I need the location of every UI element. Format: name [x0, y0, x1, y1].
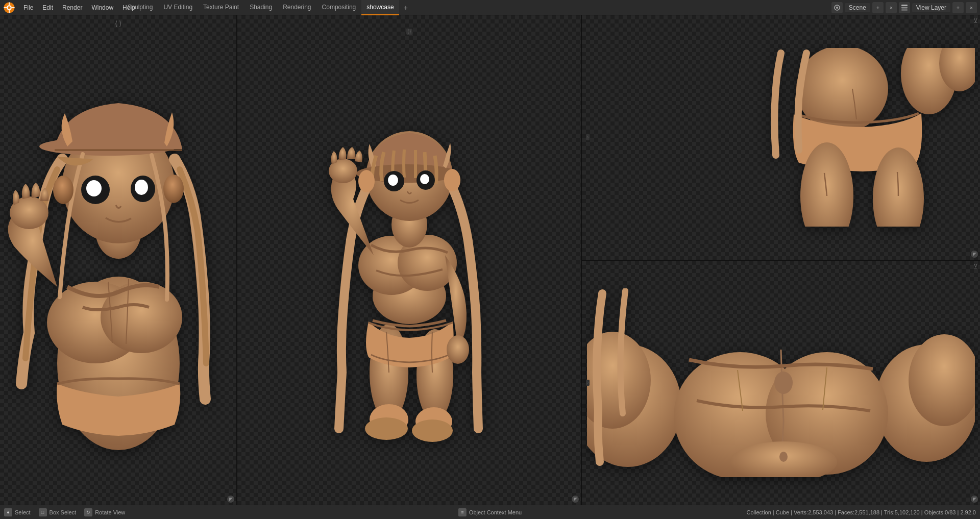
- stats-text: Collection | Cube | Verts:2,553,043 | Fa…: [747, 509, 976, 515]
- viewport-right-bottom-render: [582, 261, 980, 505]
- view-layer-icon[interactable]: [899, 2, 910, 13]
- viewport-left[interactable]: ⟨ ⟩ ◤: [0, 15, 237, 505]
- svg-point-21: [86, 180, 102, 196]
- select-label: Select: [15, 509, 31, 515]
- viewport-right-top-left-arrow[interactable]: ›: [586, 134, 590, 140]
- svg-point-23: [53, 176, 74, 204]
- svg-point-2: [8, 6, 10, 9]
- svg-point-31: [412, 419, 453, 442]
- workspace-tabs: Sculpting UV Editing Texture Paint Shadi…: [122, 0, 412, 15]
- context-menu-icon: ≡: [458, 508, 467, 516]
- viewport-left-top-arrow[interactable]: ⟨ ⟩: [115, 19, 122, 28]
- viewport-right-top-maximize[interactable]: ⊻: [973, 17, 978, 24]
- box-select-icon: □: [39, 508, 47, 516]
- svg-point-46: [796, 48, 888, 132]
- viewport-right-bottom-maximize[interactable]: ⊻: [973, 263, 978, 270]
- viewport-center-corner-nav[interactable]: ◤: [572, 496, 579, 503]
- status-context-menu[interactable]: ≡ Object Context Menu: [458, 508, 522, 516]
- box-select-label: Box Select: [50, 509, 77, 515]
- tab-uv-editing[interactable]: UV Editing: [158, 0, 198, 15]
- viewport-right-bottom[interactable]: › ◤ ⊻: [582, 261, 980, 505]
- menu-edit[interactable]: Edit: [38, 3, 57, 12]
- svg-rect-11: [901, 9, 908, 11]
- viewport-center-top-divider[interactable]: ⟨⟩: [406, 29, 412, 35]
- rotate-view-label: Rotate View: [95, 509, 125, 515]
- viewport-center-render: [237, 15, 581, 505]
- viewport-left-corner-nav[interactable]: ◤: [227, 496, 234, 503]
- scene-type-icon[interactable]: [831, 2, 843, 13]
- tab-sculpting[interactable]: Sculpting: [122, 0, 158, 15]
- view-layer-properties-icon[interactable]: ×: [966, 2, 977, 13]
- svg-point-29: [365, 417, 408, 440]
- context-menu-label: Object Context Menu: [469, 509, 522, 515]
- viewport-right-top-render: [582, 15, 980, 260]
- status-rotate-view[interactable]: ↻ Rotate View: [84, 508, 125, 516]
- header-right: Scene + × View Layer + ×: [831, 0, 980, 15]
- svg-point-24: [163, 175, 184, 203]
- svg-point-22: [135, 180, 148, 195]
- viewport-center[interactable]: ⟨⟩ ◤: [237, 15, 582, 505]
- menu-render[interactable]: Render: [58, 3, 86, 12]
- svg-point-8: [836, 7, 838, 9]
- menu-file[interactable]: File: [19, 3, 37, 12]
- svg-point-42: [358, 170, 375, 192]
- svg-point-57: [774, 372, 793, 394]
- bottom-status-bar: ● Select □ Box Select ↻ Rotate View ≡ Ob…: [0, 505, 980, 519]
- tab-texture-paint[interactable]: Texture Paint: [198, 0, 244, 15]
- status-box-select[interactable]: □ Box Select: [39, 508, 77, 516]
- view-layer-add-icon[interactable]: +: [952, 2, 964, 13]
- tab-add-button[interactable]: +: [400, 0, 412, 15]
- select-icon: ●: [4, 508, 12, 516]
- scene-properties-icon[interactable]: ×: [886, 2, 897, 13]
- main-content: ⟨ ⟩ ◤: [0, 15, 980, 519]
- scene-add-icon[interactable]: +: [872, 2, 884, 13]
- view-layer-label: View Layer: [916, 4, 946, 11]
- status-select[interactable]: ● Select: [4, 508, 31, 516]
- tab-rendering[interactable]: Rendering: [278, 0, 316, 15]
- tab-showcase[interactable]: showcase: [361, 0, 399, 15]
- status-stats-right: Collection | Cube | Verts:2,553,043 | Fa…: [747, 509, 976, 515]
- menu-window[interactable]: Window: [87, 3, 117, 12]
- svg-point-45: [447, 335, 469, 364]
- viewport-right-column: › ◤ ⊻: [582, 15, 980, 505]
- top-menu-bar: File Edit Render Window Help Sculpting U…: [0, 0, 980, 15]
- svg-point-59: [779, 452, 788, 462]
- blender-logo[interactable]: [2, 1, 16, 15]
- viewport-right-bottom-corner-nav[interactable]: ◤: [971, 496, 978, 503]
- svg-rect-9: [901, 5, 908, 6]
- viewport-right-bottom-left-arrow[interactable]: ›: [586, 380, 590, 386]
- tab-shading[interactable]: Shading: [244, 0, 277, 15]
- viewports-grid: ⟨ ⟩ ◤: [0, 15, 980, 505]
- svg-rect-10: [901, 7, 908, 9]
- tab-compositing[interactable]: Compositing: [317, 0, 361, 15]
- scene-selector[interactable]: Scene: [845, 3, 870, 12]
- svg-point-40: [388, 175, 398, 186]
- viewport-right-top[interactable]: › ◤ ⊻: [582, 15, 980, 261]
- scene-label: Scene: [849, 4, 866, 11]
- viewport-right-top-corner-nav[interactable]: ◤: [971, 251, 978, 258]
- viewport-left-render: [0, 15, 236, 505]
- svg-point-43: [444, 169, 460, 191]
- svg-point-41: [420, 174, 429, 184]
- view-layer-selector[interactable]: View Layer: [912, 3, 950, 12]
- rotate-view-icon: ↻: [84, 508, 92, 516]
